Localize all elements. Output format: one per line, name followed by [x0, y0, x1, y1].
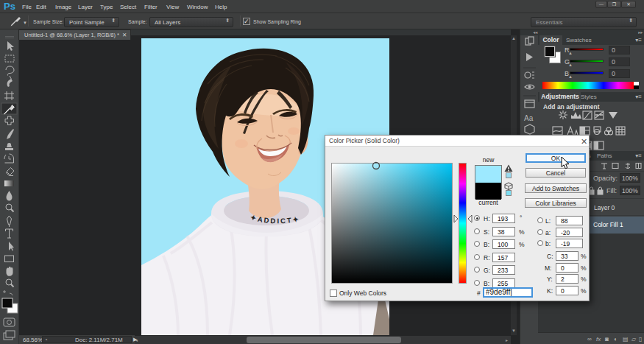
svg-text:Aa: Aa — [524, 114, 534, 122]
